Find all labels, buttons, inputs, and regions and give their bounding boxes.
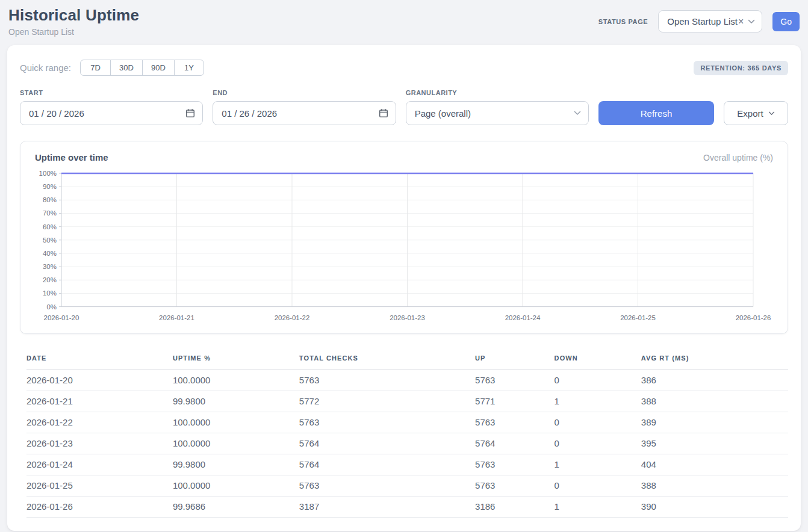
table-cell: 2026-01-22 [26,412,173,433]
quick-range-30d[interactable]: 30D [110,60,143,76]
table-header-cell: DOWN [555,348,641,370]
granularity-select[interactable]: Page (overall) [406,101,589,125]
table-cell: 0 [555,433,641,454]
y-tick-label: 20% [43,276,57,283]
table-row: 2026-01-2499.9800576457631404 [26,454,788,475]
x-tick-label: 2026-01-22 [275,314,310,321]
granularity-label: GRANULARITY [406,89,589,96]
end-date-label: END [213,89,396,96]
refresh-button[interactable]: Refresh [598,101,714,125]
granularity-value: Page (overall) [415,108,471,119]
table-cell: 390 [641,496,788,517]
end-date-field: END 01 / 26 / 2026 [213,89,396,125]
table-cell: 1 [555,496,641,517]
daily-stats-table: DATEUPTIME %TOTAL CHECKSUPDOWNAVG RT (MS… [26,348,788,518]
status-page-selected-value: Open Startup List [667,16,738,26]
table-row: 2026-01-20100.0000576357630386 [26,370,788,391]
table-cell: 5763 [475,412,555,433]
table-cell: 404 [641,454,788,475]
table-cell: 2026-01-23 [26,433,173,454]
table-cell: 1 [555,454,641,475]
table-header-row: DATEUPTIME %TOTAL CHECKSUPDOWNAVG RT (MS… [26,348,788,370]
export-button-label: Export [737,108,763,119]
main-panel: Quick range: 7D30D90D1Y RETENTION: 365 D… [7,45,801,531]
quick-range-90d[interactable]: 90D [142,60,175,76]
table-cell: 100.0000 [173,475,299,496]
table-cell: 5772 [299,391,475,412]
y-tick-label: 10% [43,289,57,297]
uptime-line-chart: 0%10%20%30%40%50%60%70%80%90%100%2026-01… [35,169,773,326]
page-title: Historical Uptime [8,6,139,25]
go-button[interactable]: Go [772,12,800,31]
page-root: Historical Uptime Open Startup List STAT… [0,0,808,532]
table-cell: 386 [641,370,788,391]
table-cell: 100.0000 [173,412,299,433]
table-cell: 99.9800 [173,454,299,475]
y-tick-label: 70% [43,209,57,217]
title-block: Historical Uptime Open Startup List [8,6,139,37]
table-cell: 99.9800 [173,391,299,412]
start-date-input[interactable]: 01 / 20 / 2026 [20,101,203,125]
table-cell: 388 [641,391,788,412]
retention-badge: RETENTION: 365 DAYS [694,61,788,75]
x-tick-label: 2026-01-26 [736,314,771,321]
export-button[interactable]: Export [724,101,788,125]
table-header-cell: UP [475,348,555,370]
header-controls: STATUS PAGE Open Startup List × Go [598,10,800,32]
quick-range-7d[interactable]: 7D [80,60,111,76]
table-header-cell: TOTAL CHECKS [299,348,475,370]
chart-legend: Overall uptime (%) [703,153,773,162]
quick-range-1y[interactable]: 1Y [174,60,204,76]
table-cell: 2026-01-26 [26,496,173,517]
table-cell: 5771 [475,391,555,412]
page-header: Historical Uptime Open Startup List STAT… [7,0,801,45]
start-date-value: 01 / 20 / 2026 [29,108,84,119]
y-tick-label: 40% [43,250,57,257]
table-cell: 0 [555,412,641,433]
y-tick-label: 60% [43,223,57,230]
y-tick-label: 80% [43,196,57,203]
table-cell: 5763 [299,475,475,496]
quick-range-label: Quick range: [20,63,71,73]
table-cell: 100.0000 [173,370,299,391]
table-cell: 5764 [299,454,475,475]
status-page-select[interactable]: Open Startup List × [658,10,762,32]
start-date-label: START [20,89,203,96]
daily-stats-table-wrap: DATEUPTIME %TOTAL CHECKSUPDOWNAVG RT (MS… [20,348,788,518]
table-header-cell: UPTIME % [173,348,299,370]
table-row: 2026-01-23100.0000576457640395 [26,433,788,454]
table-row: 2026-01-25100.0000576357630388 [26,475,788,496]
chevron-down-icon [768,111,775,116]
quick-range-group: Quick range: 7D30D90D1Y [20,60,204,76]
table-cell: 5763 [475,475,555,496]
calendar-icon[interactable] [379,108,388,118]
table-cell: 0 [555,475,641,496]
table-row: 2026-01-22100.0000576357630389 [26,412,788,433]
end-date-input[interactable]: 01 / 26 / 2026 [213,101,396,125]
table-cell: 389 [641,412,788,433]
granularity-field: GRANULARITY Page (overall) [406,89,589,125]
table-cell: 3186 [475,496,555,517]
chevron-down-icon [748,19,755,24]
x-tick-label: 2026-01-23 [390,314,425,321]
table-cell: 0 [555,370,641,391]
table-cell: 100.0000 [173,433,299,454]
x-tick-label: 2026-01-20 [44,314,79,321]
chevron-down-icon [574,111,581,116]
table-cell: 5763 [299,412,475,433]
y-tick-label: 90% [43,183,57,190]
y-tick-label: 30% [43,263,57,270]
close-icon[interactable]: × [738,17,744,26]
uptime-chart-card: Uptime over time Overall uptime (%) 0%10… [20,141,788,334]
y-tick-label: 100% [39,170,57,177]
quick-range-buttons: 7D30D90D1Y [80,60,204,76]
status-page-label: STATUS PAGE [598,18,648,25]
table-cell: 5763 [299,370,475,391]
table-cell: 5764 [475,433,555,454]
calendar-icon[interactable] [185,108,195,118]
start-date-field: START 01 / 20 / 2026 [20,89,203,125]
table-cell: 5763 [475,370,555,391]
quick-range-row: Quick range: 7D30D90D1Y RETENTION: 365 D… [20,60,788,76]
x-tick-label: 2026-01-24 [505,314,541,321]
table-cell: 2026-01-21 [26,391,173,412]
